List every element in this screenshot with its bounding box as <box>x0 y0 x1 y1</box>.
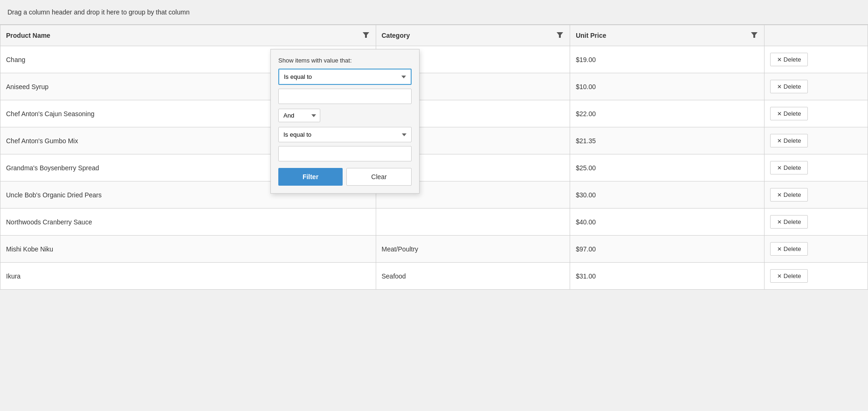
delete-label: Delete <box>784 137 801 144</box>
condition2-select[interactable]: Is equal toIs not equal toStarts withCon… <box>278 127 412 142</box>
svg-marker-2 <box>751 32 758 38</box>
col-label-price: Unit Price <box>576 32 606 39</box>
delete-button[interactable]: ✕ Delete <box>770 80 808 93</box>
cell-product: Ikura <box>0 263 376 290</box>
filter-popup: Show items with value that: Is equal toI… <box>270 49 420 194</box>
table-row: IkuraSeafood$31.00✕ Delete <box>0 263 868 290</box>
clear-button[interactable]: Clear <box>346 168 412 186</box>
cell-price: $25.00 <box>570 154 765 181</box>
delete-x-icon: ✕ <box>777 138 782 144</box>
col-header-category: Category <box>376 25 570 46</box>
delete-x-icon: ✕ <box>777 165 782 171</box>
table-body: Chang$19.00✕ DeleteAniseed Syrup$10.00✕ … <box>0 46 868 290</box>
table-row: Chang$19.00✕ Delete <box>0 46 868 73</box>
col-header-price: Unit Price <box>570 25 765 46</box>
cell-product: Northwoods Cranberry Sauce <box>0 209 376 236</box>
cell-category <box>376 209 570 236</box>
filter-value1-input[interactable] <box>278 89 412 104</box>
cell-price: $21.35 <box>570 127 765 154</box>
table-row: Grandma's Boysenberry Spread$25.00✕ Dele… <box>0 154 868 181</box>
cell-price: $22.00 <box>570 100 765 127</box>
table-row: Mishi Kobe NikuMeat/Poultry$97.00✕ Delet… <box>0 236 868 263</box>
delete-label: Delete <box>784 245 801 252</box>
delete-button[interactable]: ✕ Delete <box>770 215 808 229</box>
cell-product: Mishi Kobe Niku <box>0 236 376 263</box>
filter-button[interactable]: Filter <box>278 168 343 186</box>
filter-value2-input[interactable] <box>278 146 412 161</box>
grid-wrapper: Product Name Category <box>0 25 868 290</box>
delete-label: Delete <box>784 218 801 225</box>
delete-label: Delete <box>784 272 801 279</box>
col-header-product: Product Name <box>0 25 376 46</box>
cell-price: $40.00 <box>570 209 765 236</box>
filter-icon-product[interactable] <box>363 32 370 39</box>
cell-action: ✕ Delete <box>764 73 868 100</box>
col-label-product: Product Name <box>6 32 50 39</box>
cell-action: ✕ Delete <box>764 236 868 263</box>
and-select[interactable]: AndOr <box>278 109 320 122</box>
data-table: Product Name Category <box>0 25 868 290</box>
delete-button[interactable]: ✕ Delete <box>770 107 808 120</box>
svg-marker-0 <box>363 32 369 38</box>
delete-label: Delete <box>784 56 801 63</box>
app-container: Drag a column header and drop it here to… <box>0 0 868 411</box>
cell-action: ✕ Delete <box>764 181 868 209</box>
delete-x-icon: ✕ <box>777 192 782 198</box>
cell-category: Seafood <box>376 263 570 290</box>
delete-label: Delete <box>784 110 801 117</box>
cell-action: ✕ Delete <box>764 100 868 127</box>
filter-icon-category[interactable] <box>557 32 564 39</box>
cell-action: ✕ Delete <box>764 263 868 290</box>
delete-button[interactable]: ✕ Delete <box>770 134 808 147</box>
table-row: Aniseed Syrup$10.00✕ Delete <box>0 73 868 100</box>
col-header-action <box>764 25 868 46</box>
filter-icon-price[interactable] <box>751 32 758 39</box>
cell-price: $31.00 <box>570 263 765 290</box>
delete-x-icon: ✕ <box>777 219 782 225</box>
delete-x-icon: ✕ <box>777 111 782 117</box>
cell-price: $10.00 <box>570 73 765 100</box>
delete-label: Delete <box>784 83 801 90</box>
delete-button[interactable]: ✕ Delete <box>770 269 808 283</box>
col-label-category: Category <box>382 32 410 39</box>
delete-x-icon: ✕ <box>777 84 782 90</box>
delete-x-icon: ✕ <box>777 56 782 63</box>
cell-action: ✕ Delete <box>764 154 868 181</box>
delete-x-icon: ✕ <box>777 246 782 252</box>
table-row: Chef Anton's Gumbo Mix$21.35✕ Delete <box>0 127 868 154</box>
cell-action: ✕ Delete <box>764 46 868 73</box>
table-row: Northwoods Cranberry Sauce$40.00✕ Delete <box>0 209 868 236</box>
delete-button[interactable]: ✕ Delete <box>770 188 808 202</box>
delete-button[interactable]: ✕ Delete <box>770 161 808 174</box>
cell-price: $19.00 <box>570 46 765 73</box>
cell-category: Meat/Poultry <box>376 236 570 263</box>
cell-action: ✕ Delete <box>764 127 868 154</box>
table-row: Uncle Bob's Organic Dried Pears$30.00✕ D… <box>0 181 868 209</box>
delete-label: Delete <box>784 164 801 171</box>
cell-price: $30.00 <box>570 181 765 209</box>
drag-hint: Drag a column header and drop it here to… <box>0 0 868 25</box>
header-row: Product Name Category <box>0 25 868 46</box>
delete-button[interactable]: ✕ Delete <box>770 242 808 256</box>
table-row: Chef Anton's Cajun Seasoning$22.00✕ Dele… <box>0 100 868 127</box>
svg-marker-1 <box>557 32 563 38</box>
cell-action: ✕ Delete <box>764 209 868 236</box>
popup-title: Show items with value that: <box>278 57 412 64</box>
delete-label: Delete <box>784 191 801 198</box>
delete-button[interactable]: ✕ Delete <box>770 53 808 66</box>
condition1-select[interactable]: Is equal toIs not equal toStarts withCon… <box>278 69 412 85</box>
cell-price: $97.00 <box>570 236 765 263</box>
delete-x-icon: ✕ <box>777 273 782 279</box>
